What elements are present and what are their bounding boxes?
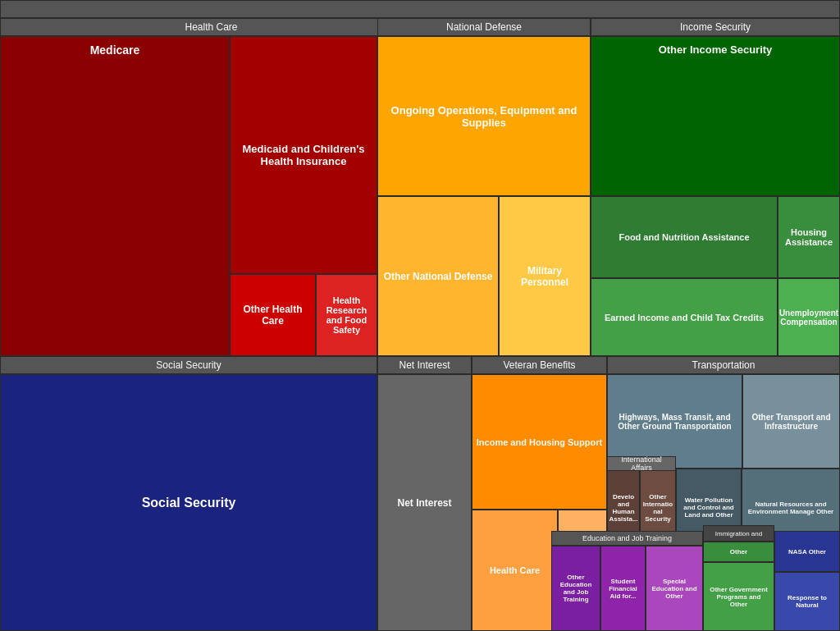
student-financial-tile: Student Financial Aid for... [600,546,646,631]
other-tile-1: Other [703,542,774,562]
veteran-benefits-header: Veteran Benefits [472,356,607,374]
other-nat-defense-tile: Other National Defense [377,196,499,356]
medicare-tile: Medicare [0,36,230,356]
response-natural-tile: Response to Natural [774,572,840,631]
chart-title [0,0,840,18]
net-interest-header: Net Interest [377,356,472,374]
transportation-header: Transportation [607,356,840,374]
edu-job-header: Education and Job Training [551,531,703,546]
other-income-security-tile: Other Income Security [591,36,840,196]
military-personnel-tile: Military Personnel [499,196,591,356]
intl-affairs-subheader: International Affairs [607,456,676,471]
net-interest-tile: Net Interest [377,374,472,631]
health-research-tile: Health Research and Food Safety [316,274,377,356]
medicaid-tile: Medicaid and Children's Health Insurance [230,36,377,274]
social-security-tile: Social Security [0,374,377,631]
unemployment-tile: Unemployment Compensation [778,278,840,356]
food-nutrition-tile: Food and Nutrition Assistance [591,196,778,278]
highways-tile: Highways, Mass Transit, and Other Ground… [607,374,742,469]
immigration-header: Immigration and [703,525,774,542]
health-care-header: Health Care [0,18,422,36]
income-housing-tile: Income and Housing Support [472,374,607,510]
other-transport-tile: Other Transport and Infrastructure [742,374,840,469]
nasa-tile: NASA Other [774,531,840,572]
social-security-section-header: Social Security [0,356,377,374]
other-edu-tile: Other Education and Job Training [551,546,600,631]
vet-health-tile: Health Care [472,510,558,631]
other-gov-programs-tile: Other Government Programs and Other [703,562,774,631]
earned-income-tile: Earned Income and Child Tax Credits [591,278,778,356]
treemap-container: Health Care National Defense Income Secu… [0,0,840,631]
other-health-care-tile: Other Health Care [230,274,316,356]
special-edu-tile: Special Education and Other [646,546,703,631]
income-security-header: Income Security [591,18,840,36]
ongoing-ops-tile: Ongoing Operations, Equipment and Suppli… [377,36,591,196]
housing-assistance-tile: Housing Assistance [778,196,840,278]
national-defense-header: National Defense [377,18,591,36]
